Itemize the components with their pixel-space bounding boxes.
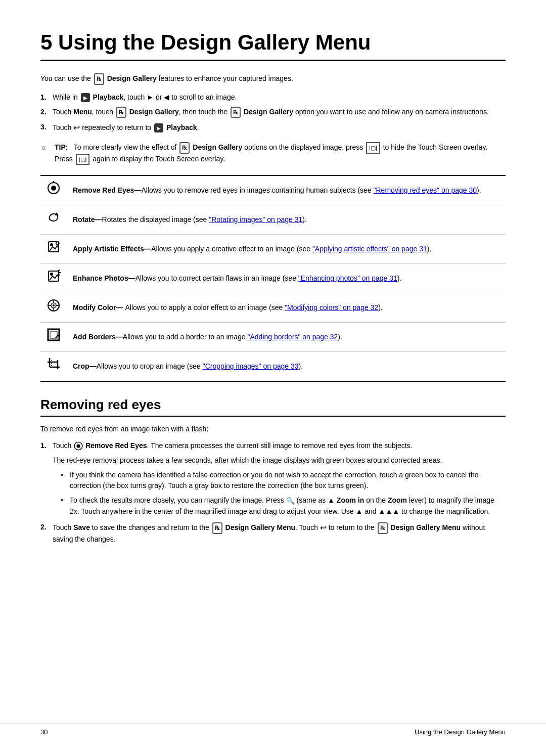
- crop-icon: [47, 357, 61, 371]
- tip-sun-icon: ☼: [40, 142, 47, 153]
- link-enhancing-photos[interactable]: "Enhancing photos" on page 31: [298, 274, 397, 282]
- bullet-1: If you think the camera has identified a…: [61, 470, 506, 491]
- footer-page-num: 30: [40, 728, 48, 736]
- removing-steps-list: 1. Touch Remove Red Eyes. The camera pro…: [40, 440, 506, 545]
- section-intro-removing: To remove red eyes from an image taken w…: [40, 424, 506, 434]
- icon-cell-artistic: [40, 235, 67, 264]
- enhance-icon: [47, 269, 61, 283]
- link-cropping-images[interactable]: "Cropping images" on page 33: [203, 362, 299, 370]
- back-icon-step2: ↩: [320, 523, 327, 532]
- table-row: Crop—Allows you to crop an image (see "C…: [40, 352, 506, 382]
- intro-paragraph: You can use the ℞ Design Gallery feature…: [40, 73, 506, 85]
- feature-desc-crop: Crop—Allows you to crop an image (see "C…: [67, 352, 506, 382]
- footer-section: Using the Design Gallery Menu: [415, 728, 506, 736]
- svg-point-26: [77, 444, 80, 448]
- redeye-icon: [47, 181, 61, 195]
- table-row: Modify Color— Allows you to apply a colo…: [40, 293, 506, 323]
- icon-cell-redeye: [40, 175, 67, 205]
- svg-line-11: [58, 274, 60, 275]
- design-gallery-icon-step2b: ℞: [378, 522, 388, 534]
- tip-label: TIP:: [55, 143, 68, 151]
- icon-cell-crop: [40, 352, 67, 382]
- border-icon: [47, 328, 61, 342]
- bullet-2: To check the results more closely, you c…: [61, 495, 506, 517]
- design-gallery-icon-3: ℞: [231, 107, 241, 118]
- feature-desc-redeye: Remove Red Eyes—Allows you to remove red…: [67, 175, 506, 205]
- icon-cell-border: [40, 323, 67, 352]
- rotate-icon: [47, 210, 61, 225]
- svg-point-14: [53, 304, 55, 306]
- link-artistic-effects[interactable]: "Applying artistic effects" on page 31: [312, 245, 427, 253]
- playback-icon-2: [154, 123, 163, 132]
- feature-table: Remove Red Eyes—Allows you to remove red…: [40, 175, 506, 382]
- link-adding-borders[interactable]: "Adding borders" on page 32: [248, 333, 338, 341]
- table-row: Apply Artistic Effects—Allows you apply …: [40, 235, 506, 264]
- link-modifying-colors[interactable]: "Modifying colors" on page 32: [285, 303, 378, 312]
- step-1: 1. While in Playback, touch ► or ◀ to sc…: [40, 92, 506, 103]
- artistic-icon: [47, 240, 61, 254]
- table-row: Enhance Photos—Allows you to correct cer…: [40, 264, 506, 293]
- design-gallery-icon: ℞: [94, 73, 104, 85]
- icon-cell-rotate: [40, 205, 67, 235]
- section-heading-removing-red-eyes: Removing red eyes: [40, 397, 506, 417]
- step-2: 2. Touch Menu, touch ℞ Design Gallery, t…: [40, 107, 506, 118]
- display-btn-show: |▢|: [76, 154, 90, 165]
- feature-desc-enhance: Enhance Photos—Allows you to correct cer…: [67, 264, 506, 293]
- playback-icon: [81, 93, 90, 102]
- chapter-number: 5 Using the Design Gallery Menu: [40, 30, 371, 54]
- feature-desc-rotate: Rotate—Rotates the displayed image (see …: [67, 205, 506, 235]
- design-gallery-icon-tip: ℞: [179, 142, 190, 154]
- display-btn-hide: |▢|: [366, 142, 380, 154]
- feature-desc-color: Modify Color— Allows you to apply a colo…: [67, 293, 506, 323]
- feature-desc-artistic: Apply Artistic Effects—Allows you apply …: [67, 235, 506, 264]
- link-rotating-images[interactable]: "Rotating images" on page 31: [209, 215, 302, 224]
- step-3: 3. Touch ↩ repeatedly to return to Playb…: [40, 122, 506, 134]
- link-removing-red-eyes[interactable]: "Removing red eyes" on page 30: [374, 186, 477, 194]
- removing-step-2: 2. Touch Save to save the changes and re…: [40, 522, 506, 545]
- svg-point-8: [50, 273, 53, 276]
- page-title: 5 Using the Design Gallery Menu: [40, 30, 506, 61]
- color-icon: [47, 298, 61, 313]
- intro-steps: 1. While in Playback, touch ► or ◀ to sc…: [40, 92, 506, 135]
- design-gallery-icon-step2: ℞: [212, 522, 222, 534]
- removing-step-1: 1. Touch Remove Red Eyes. The camera pro…: [40, 440, 506, 517]
- svg-point-5: [50, 243, 53, 246]
- table-row: Rotate—Rotates the displayed image (see …: [40, 205, 506, 235]
- zoom-icon: 🔍: [286, 497, 295, 505]
- step1-subpara: The red-eye removal process takes a few …: [53, 455, 506, 466]
- footer: 30 Using the Design Gallery Menu: [0, 724, 546, 736]
- svg-line-9: [58, 270, 60, 271]
- table-row: Remove Red Eyes—Allows you to remove red…: [40, 175, 506, 205]
- icon-cell-enhance: [40, 264, 67, 293]
- back-icon: ↩: [73, 123, 80, 132]
- table-row: Add Borders—Allows you to add a border t…: [40, 323, 506, 352]
- svg-rect-24: [52, 362, 58, 367]
- icon-cell-color: [40, 293, 67, 323]
- svg-point-1: [51, 186, 56, 191]
- tip-box: ☼ TIP: To more clearly view the effect o…: [40, 142, 506, 165]
- feature-desc-border: Add Borders—Allows you to add a border t…: [67, 323, 506, 352]
- redeye-inline-icon: [73, 441, 83, 451]
- design-gallery-icon-2: ℞: [116, 107, 126, 118]
- step1-bullets: If you think the camera has identified a…: [61, 470, 506, 517]
